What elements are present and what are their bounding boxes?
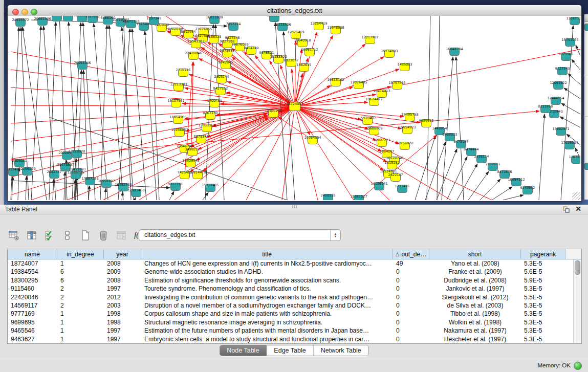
table-row[interactable]: 969969511998Structural magnetic resonanc… bbox=[8, 318, 581, 326]
table-cell[interactable]: 0 bbox=[393, 301, 429, 310]
table-cell[interactable]: 19384554 bbox=[8, 268, 57, 276]
table-cell[interactable]: 5.3E-5 bbox=[521, 285, 565, 293]
table-cell[interactable]: 6 bbox=[57, 276, 104, 285]
table-cell[interactable]: 49 bbox=[393, 259, 429, 268]
table-cell[interactable]: 1997 bbox=[104, 326, 141, 335]
table-cell[interactable]: Tibbo et al. (1998) bbox=[429, 310, 521, 318]
table-cell[interactable]: 14569117 bbox=[8, 301, 57, 310]
show-columns-icon[interactable] bbox=[25, 229, 38, 242]
row-filter-icon[interactable] bbox=[61, 229, 74, 242]
column-header-name[interactable]: name bbox=[8, 249, 57, 259]
table-cell[interactable]: Franke et al. (2009) bbox=[429, 268, 521, 276]
window-titlebar[interactable]: citations_edges.txt bbox=[8, 5, 581, 16]
table-cell[interactable]: 9465546 bbox=[8, 326, 57, 335]
table-cell[interactable]: 2009 bbox=[104, 268, 141, 276]
table-cell[interactable]: 9115460 bbox=[8, 285, 57, 293]
column-header-outde[interactable]: △out_de… bbox=[393, 249, 429, 259]
table-row[interactable]: 911546021997Tourette syndrome. Phenomeno… bbox=[8, 285, 581, 293]
tab-edge-table[interactable]: Edge Table bbox=[266, 345, 313, 356]
table-cell[interactable]: Hescheler et al. (1997) bbox=[429, 335, 521, 343]
column-header-pagerank[interactable]: pagerank bbox=[521, 249, 565, 259]
table-cell[interactable]: 2012 bbox=[104, 293, 141, 301]
table-cell[interactable]: 2 bbox=[57, 285, 104, 293]
table-cell[interactable]: 2008 bbox=[104, 259, 141, 268]
window-resize-grip[interactable] bbox=[572, 192, 580, 200]
table-cell[interactable]: 0 bbox=[393, 310, 429, 318]
table-cell[interactable]: Embryonic stem cells: a model to study s… bbox=[141, 335, 393, 343]
table-cell[interactable]: 1 bbox=[57, 310, 104, 318]
table-scrollbar[interactable] bbox=[573, 259, 581, 343]
table-row[interactable]: 2242004622012Investigating the contribut… bbox=[8, 293, 581, 301]
table-cell[interactable]: 0 bbox=[393, 335, 429, 343]
table-cell[interactable]: Structural magnetic resonance image aver… bbox=[141, 318, 393, 326]
network-canvas[interactable]: 1872400718300295746382286601285912954232… bbox=[8, 16, 581, 201]
table-cell[interactable]: 5.3E-5 bbox=[521, 335, 565, 343]
table-cell[interactable]: 0 bbox=[393, 318, 429, 326]
table-cell[interactable]: Investigating the contribution of common… bbox=[141, 293, 393, 301]
scrollbar-thumb[interactable] bbox=[575, 260, 580, 275]
table-row[interactable]: 1456911722003Disruption of a novel membe… bbox=[8, 301, 581, 310]
table-cell[interactable]: 1 bbox=[57, 335, 104, 343]
table-cell[interactable]: 1 bbox=[57, 326, 104, 335]
new-table-icon[interactable] bbox=[79, 229, 92, 242]
table-row[interactable]: 1830029562008Estimation of significance … bbox=[8, 276, 581, 285]
table-cell[interactable]: 9699695 bbox=[8, 318, 57, 326]
table-cell[interactable]: Changes of HCN gene expression and I(f) … bbox=[141, 259, 393, 268]
tab-node-table[interactable]: Node Table bbox=[220, 345, 266, 356]
table-cell[interactable]: 1997 bbox=[104, 335, 141, 343]
splitter-grip-icon[interactable] bbox=[292, 205, 297, 208]
import-table-icon[interactable] bbox=[115, 229, 128, 242]
close-panel-icon[interactable]: ✕ bbox=[575, 205, 581, 213]
table-cell[interactable]: 9463627 bbox=[8, 335, 57, 343]
table-cell[interactable]: 18300295 bbox=[8, 276, 57, 285]
table-cell[interactable]: 5.3E-5 bbox=[521, 310, 565, 318]
table-row[interactable]: 946362711997Embryonic stem cells: a mode… bbox=[8, 335, 581, 343]
table-cell[interactable]: 1 bbox=[57, 318, 104, 326]
column-header-short[interactable]: short bbox=[429, 249, 521, 259]
table-cell[interactable]: de Silva et al. (2003) bbox=[429, 301, 521, 310]
table-cell[interactable]: 5.3E-5 bbox=[521, 318, 565, 326]
table-cell[interactable]: 0 bbox=[393, 326, 429, 335]
table-cell[interactable]: 5.3E-5 bbox=[521, 301, 565, 310]
table-cell[interactable]: 2 bbox=[57, 293, 104, 301]
table-cell[interactable]: 5.3E-5 bbox=[521, 326, 565, 335]
table-cell[interactable]: 5.5E-5 bbox=[521, 293, 565, 301]
table-row[interactable]: 946554611997Estimation of the future num… bbox=[8, 326, 581, 335]
table-cell[interactable]: Estimation of significance thresholds fo… bbox=[141, 276, 393, 285]
table-row[interactable]: 977716911998Corpus callosum shape and si… bbox=[8, 310, 581, 318]
table-cell[interactable]: Dudbridge et al. (2008) bbox=[429, 276, 521, 285]
column-header-year[interactable]: year bbox=[104, 249, 141, 259]
table-cell[interactable]: 6 bbox=[57, 268, 104, 276]
table-cell[interactable]: Disruption of a novel member of a sodium… bbox=[141, 301, 393, 310]
table-cell[interactable]: Tourette syndrome. Phenomenology and cla… bbox=[141, 285, 393, 293]
table-cell[interactable]: 5.3E-5 bbox=[521, 259, 565, 268]
table-cell[interactable]: Corpus callosum shape and size in male p… bbox=[141, 310, 393, 318]
table-row[interactable]: 1938455462009Genome-wide association stu… bbox=[8, 268, 581, 276]
table-cell[interactable]: Wolkin et al. (1998) bbox=[429, 318, 521, 326]
table-cell[interactable]: 0 bbox=[393, 268, 429, 276]
table-selector-dropdown[interactable]: citations_edges.txt ▲▼ bbox=[139, 229, 341, 241]
table-cell[interactable]: Stergiakouli et al. (2012) bbox=[429, 293, 521, 301]
column-header-indegree[interactable]: in_degree bbox=[57, 249, 104, 259]
memory-status-icon[interactable] bbox=[574, 362, 582, 370]
table-cell[interactable]: 1997 bbox=[104, 285, 141, 293]
table-cell[interactable]: 1998 bbox=[104, 310, 141, 318]
table-cell[interactable]: Nakamura et al. (1997) bbox=[429, 326, 521, 335]
table-cell[interactable]: 0 bbox=[393, 285, 429, 293]
table-row[interactable]: 1872400712008Changes of HCN gene express… bbox=[8, 259, 581, 268]
select-rows-icon[interactable] bbox=[43, 229, 56, 242]
table-cell[interactable]: 2 bbox=[57, 301, 104, 310]
table-cell[interactable]: 9777169 bbox=[8, 310, 57, 318]
column-header-title[interactable]: title bbox=[141, 249, 393, 259]
table-cell[interactable]: 2003 bbox=[104, 301, 141, 310]
table-cell[interactable]: 0 bbox=[393, 276, 429, 285]
table-cell[interactable]: Yano et al. (2008) bbox=[429, 259, 521, 268]
table-cell[interactable]: 22420046 bbox=[8, 293, 57, 301]
table-cell[interactable]: 1 bbox=[57, 259, 104, 268]
table-cell[interactable]: 0 bbox=[393, 293, 429, 301]
tab-network-table[interactable]: Network Table bbox=[313, 345, 368, 356]
new-column-icon[interactable] bbox=[7, 229, 20, 242]
table-cell[interactable]: Genome-wide association studies in ADHD. bbox=[141, 268, 393, 276]
table-cell[interactable]: Jankovic et al. (1997) bbox=[429, 285, 521, 293]
table-cell[interactable]: 2008 bbox=[104, 276, 141, 285]
